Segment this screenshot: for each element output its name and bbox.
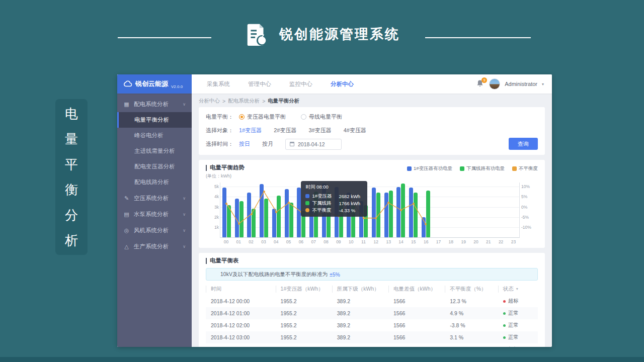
chart-plot-area[interactable]: 5k10%4k5%3k0%2k-5%1k-10%时间 08:001#变压器268… (220, 183, 520, 238)
x-axis-label: 11 (357, 239, 370, 246)
cell-status: 正常 (498, 322, 538, 329)
object-option-2[interactable]: 3#变压器 (309, 127, 332, 133)
tooltip-series-value: 1766 kWh (339, 201, 360, 206)
sidebar-group-icon: ▦ (123, 101, 130, 108)
x-axis-label: 09 (332, 239, 345, 246)
sidebar-item-0-4[interactable]: 配电线路分析 (117, 174, 192, 190)
legend-swatch (460, 166, 464, 171)
y-axis-left-label: 4k (207, 194, 219, 199)
status-dot (503, 300, 506, 303)
legend-label: 下属线路有功电量 (466, 165, 505, 172)
breadcrumb-separator: > (222, 98, 225, 104)
query-button[interactable]: 查询 (509, 138, 538, 150)
cell-t1: 1955.2 (276, 310, 332, 316)
status-label: 超标 (508, 346, 519, 347)
object-option-3[interactable]: 4#变压器 (344, 127, 366, 133)
balance-table: 时间1#变压器（kWh）所属下级（kWh）电量差值（kWh）不平衡度（%）状态 … (206, 283, 538, 347)
sidebar-group-4[interactable]: △生产系统分析∨ (117, 238, 192, 254)
x-axis-label: 21 (482, 239, 495, 246)
y-axis-right-label: 5% (521, 194, 536, 199)
date-input[interactable]: 2018-04-12 (285, 139, 342, 150)
main-content: 分析中心>配电系统分析>电量平衡分析 电量平衡： 变压器电量平衡母线电量平衡 选… (192, 94, 552, 347)
notification-bell-icon[interactable]: 9 (476, 79, 485, 88)
cell-time: 2018-4-12 04:00 (206, 346, 276, 347)
status-label: 超标 (508, 298, 519, 305)
side-banner-char: 量 (65, 132, 78, 145)
y-axis-right-label: -10% (521, 225, 536, 230)
chart-legend: 1#变压器有功电量下属线路有功电量不平衡度 (407, 165, 538, 172)
line-point (263, 191, 265, 193)
x-axis-label: 01 (232, 239, 245, 246)
sidebar-group-icon: ◎ (123, 227, 130, 234)
user-name[interactable]: Administrator (505, 81, 537, 87)
sidebar-group-label: 空压系统分析 (134, 195, 169, 202)
time-mode-1[interactable]: 按月 (262, 141, 273, 147)
sidebar-item-0-1[interactable]: 峰谷电分析 (117, 128, 192, 143)
chevron-down-icon: ∨ (183, 228, 186, 233)
table-row: 2018-4-12 01:001955.2389.215664.9 %正常 (206, 307, 538, 319)
cell-pct: 4.9 % (445, 310, 498, 316)
x-axis-label: 15 (407, 239, 420, 246)
line-point (251, 213, 253, 215)
time-filter-label: 选择时间： (206, 140, 239, 148)
table-header-1: 1#变压器（kWh） (276, 286, 332, 293)
sidebar-group-3[interactable]: ◎风机系统分析∨ (117, 222, 192, 238)
x-axis-label: 18 (445, 239, 457, 246)
sidebar-group-label: 配电系统分析 (134, 101, 169, 108)
sidebar-group-1[interactable]: ✎空压系统分析∨ (117, 190, 192, 206)
nav-item-3[interactable]: 分析中心 (331, 80, 354, 88)
table-header-5[interactable]: 状态 ▾ (498, 286, 538, 293)
chart-panel: 电量平衡趋势 1#变压器有功电量下属线路有功电量不平衡度 (单位：kWh) 5k… (199, 160, 545, 248)
balance-radio-0[interactable]: 变压器电量平衡 (239, 113, 286, 121)
legend-item-2[interactable]: 不平衡度 (512, 165, 538, 172)
x-axis-label: 05 (282, 239, 295, 246)
status-dot (503, 336, 506, 339)
tooltip-series-value: -4.33 % (339, 208, 355, 213)
cell-time: 2018-4-12 01:00 (206, 310, 276, 316)
user-avatar[interactable] (489, 78, 500, 89)
topbar-right: 9 Administrator ▾ (476, 74, 552, 94)
app-topbar: 锐创云能源 V2.0.0 采集系统管理中心监控中心分析中心 9 Administ… (117, 74, 552, 94)
object-option-1[interactable]: 2#变压器 (274, 127, 296, 133)
sidebar-item-0-2[interactable]: 主进线需量分析 (117, 143, 192, 159)
balance-trend-chart[interactable]: 5k10%4k5%3k0%2k-5%1k-10%时间 08:001#变压器268… (206, 180, 538, 246)
time-mode-0[interactable]: 按日 (239, 141, 250, 147)
x-axis-label: 04 (270, 239, 282, 246)
tooltip-marker (305, 208, 309, 212)
sidebar-group-2[interactable]: ▤水泵系统分析∨ (117, 206, 192, 222)
y-axis-left-label: 3k (207, 205, 219, 210)
table-panel: 电量平衡表 10kV及以下配电线路的电量不平衡度的标准为 ±5% 时间1#变压器… (199, 253, 545, 347)
table-row: 2018-4-12 02:001955.2389.21566-3.8 %正常 (206, 319, 538, 331)
nav-item-0[interactable]: 采集系统 (207, 80, 230, 88)
top-nav: 采集系统管理中心监控中心分析中心 (192, 74, 476, 94)
user-menu-caret-icon[interactable]: ▾ (542, 82, 544, 86)
table-row: 2018-4-12 03:001955.2389.215663.1 %正常 (206, 331, 538, 343)
x-axis-label: 03 (257, 239, 270, 246)
legend-item-1[interactable]: 下属线路有功电量 (460, 165, 505, 172)
breadcrumb-item-1[interactable]: 配电系统分析 (228, 98, 260, 105)
table-header-2: 所属下级（kWh） (332, 286, 388, 293)
cell-pct: 12.3 % (445, 298, 498, 304)
object-option-0[interactable]: 1#变压器 (239, 127, 262, 133)
bottom-decoration-strip (0, 357, 644, 362)
status-label: 正常 (508, 310, 519, 317)
sidebar-group-label: 生产系统分析 (134, 243, 169, 250)
breadcrumb: 分析中心>配电系统分析>电量平衡分析 (199, 95, 545, 107)
sidebar-item-0-0[interactable]: 电量平衡分析 (117, 112, 192, 128)
side-banner-char: 衡 (65, 183, 78, 196)
nav-item-2[interactable]: 监控中心 (289, 80, 312, 88)
balance-radio-1[interactable]: 母线电量平衡 (301, 113, 342, 121)
cell-t1: 1955.2 (276, 298, 332, 304)
table-row: 2018-4-12 00:001955.2389.2156612.3 %超标 (206, 295, 538, 307)
nav-item-1[interactable]: 管理中心 (248, 80, 271, 88)
legend-item-0[interactable]: 1#变压器有功电量 (407, 165, 452, 172)
sidebar-item-0-3[interactable]: 配电变压器分析 (117, 159, 192, 174)
side-banner-text: 电量平衡分析 (65, 107, 78, 247)
status-dot (503, 324, 506, 327)
breadcrumb-item-0[interactable]: 分析中心 (199, 98, 220, 105)
x-axis-label: 22 (495, 239, 507, 246)
chart-tooltip: 时间 08:001#变压器2682 kWh下属线路1766 kWh不平衡度-4.… (301, 181, 367, 217)
sidebar-group-0[interactable]: ▦配电系统分析∨ (117, 96, 192, 112)
page-title: 锐创能源管理系统 (279, 25, 400, 43)
standard-notice: 10kV及以下配电线路的电量不平衡度的标准为 ±5% (206, 268, 538, 281)
